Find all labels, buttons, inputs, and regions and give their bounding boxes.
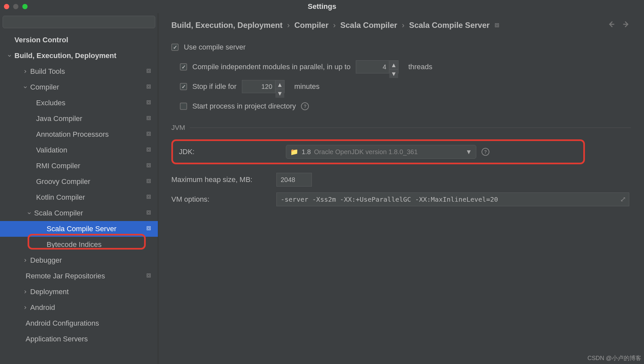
sidebar-item-app-servers[interactable]: Application Servers bbox=[0, 331, 158, 347]
titlebar: Settings bbox=[0, 0, 644, 13]
sidebar-item-build-tools[interactable]: Build Tools bbox=[0, 64, 158, 79]
jdk-value: 1.8 bbox=[302, 148, 311, 156]
svg-rect-26 bbox=[495, 23, 499, 27]
back-button[interactable] bbox=[607, 20, 616, 30]
sidebar-item-label: Build Tools bbox=[30, 67, 158, 76]
svg-rect-19 bbox=[148, 196, 149, 197]
parallel-checkbox[interactable] bbox=[180, 63, 187, 71]
sidebar-item-label: Bytecode Indices bbox=[47, 240, 158, 249]
minimize-icon[interactable] bbox=[13, 4, 18, 9]
close-icon[interactable] bbox=[4, 4, 9, 9]
sidebar-item-label: Excludes bbox=[36, 99, 158, 107]
sidebar-item-scala-compiler[interactable]: Scala Compiler bbox=[0, 205, 158, 221]
use-compile-server-checkbox[interactable] bbox=[171, 44, 179, 51]
maximize-icon[interactable] bbox=[22, 4, 28, 9]
checkbox-label: Compile independent modules in parallel,… bbox=[192, 63, 351, 71]
chevron-right-icon: › bbox=[402, 21, 404, 30]
project-scope-icon bbox=[146, 163, 151, 170]
sidebar-item-deployment[interactable]: Deployment bbox=[0, 284, 158, 300]
forward-button[interactable] bbox=[622, 20, 631, 30]
sidebar-item-label: Validation bbox=[36, 146, 158, 154]
window-title: Settings bbox=[308, 2, 336, 11]
sidebar-item-groovy-compiler[interactable]: Groovy Compiler bbox=[0, 174, 158, 190]
project-scope-icon bbox=[146, 273, 151, 280]
project-scope-icon bbox=[146, 194, 151, 201]
sidebar-item-android[interactable]: Android bbox=[0, 300, 158, 315]
sidebar-item-rmi-compiler[interactable]: RMI Compiler bbox=[0, 158, 158, 174]
jdk-description: Oracle OpenJDK version 1.8.0_361 bbox=[314, 148, 462, 156]
step-up-icon[interactable]: ▴ bbox=[275, 80, 284, 89]
sidebar-item-kotlin-compiler[interactable]: Kotlin Compiler bbox=[0, 190, 158, 205]
svg-rect-10 bbox=[147, 132, 151, 135]
sidebar-item-label: Scala Compile Server bbox=[47, 225, 158, 233]
breadcrumb-item[interactable]: Build, Execution, Deployment bbox=[171, 21, 283, 30]
sidebar-item-validation[interactable]: Validation bbox=[0, 142, 158, 158]
project-scope-icon bbox=[146, 178, 151, 185]
sidebar-item-label: Scala Compiler bbox=[34, 209, 158, 217]
sidebar-item-version-control[interactable]: Version Control bbox=[0, 32, 158, 48]
jvm-section-header: JVM bbox=[171, 124, 631, 131]
sidebar-item-remote-jar[interactable]: Remote Jar Repositories bbox=[0, 268, 158, 284]
use-compile-server-row: Use compile server bbox=[171, 40, 631, 54]
watermark: CSDN @小卢的博客 bbox=[588, 354, 641, 362]
svg-rect-17 bbox=[148, 180, 149, 182]
help-icon[interactable]: ? bbox=[301, 102, 309, 110]
checkbox-label: Use compile server bbox=[184, 43, 246, 51]
project-scope-icon bbox=[146, 131, 151, 138]
divider bbox=[190, 128, 631, 128]
jdk-dropdown[interactable]: 📁 1.8 Oracle OpenJDK version 1.8.0_361 ▼ bbox=[286, 145, 476, 159]
sidebar-item-bytecode-indices[interactable]: Bytecode Indices bbox=[0, 237, 158, 253]
stop-idle-checkbox[interactable] bbox=[180, 83, 187, 90]
sidebar-item-annotation-processors[interactable]: Annotation Processors bbox=[0, 127, 158, 142]
start-in-project-row: Start process in project directory ? bbox=[171, 99, 631, 113]
expand-icon[interactable]: ⤢ bbox=[620, 195, 626, 204]
step-down-icon[interactable]: ▾ bbox=[275, 89, 284, 98]
project-scope-icon bbox=[146, 68, 151, 75]
folder-icon: 📁 bbox=[290, 148, 298, 156]
svg-rect-8 bbox=[147, 116, 151, 120]
breadcrumb-item[interactable]: Scala Compile Server bbox=[409, 21, 489, 30]
checkbox-label: Start process in project directory bbox=[192, 102, 296, 111]
sidebar-item-build-execution-deployment[interactable]: Build, Execution, Deployment bbox=[0, 48, 158, 64]
breadcrumb-item[interactable]: Scala Compiler bbox=[340, 21, 397, 30]
step-up-icon[interactable]: ▴ bbox=[389, 61, 398, 70]
vm-options-input[interactable] bbox=[276, 192, 629, 206]
svg-rect-11 bbox=[148, 133, 149, 134]
project-scope-icon bbox=[146, 100, 151, 107]
project-scope-icon bbox=[494, 21, 500, 30]
content-panel: Build, Execution, Deployment › Compiler … bbox=[158, 13, 644, 364]
chevron-right-icon bbox=[22, 289, 28, 294]
svg-rect-9 bbox=[148, 117, 149, 119]
svg-rect-3 bbox=[148, 70, 149, 71]
chevron-down-icon: ▼ bbox=[465, 148, 472, 156]
sidebar-item-android-conf[interactable]: Android Configurations bbox=[0, 315, 158, 331]
step-down-icon[interactable]: ▾ bbox=[389, 70, 398, 78]
svg-rect-2 bbox=[147, 69, 151, 72]
breadcrumb-item[interactable]: Compiler bbox=[294, 21, 329, 30]
window-controls bbox=[4, 4, 28, 9]
minutes-stepper: ▴▾ bbox=[242, 80, 285, 93]
sidebar-item-debugger[interactable]: Debugger bbox=[0, 253, 158, 268]
jdk-label: JDK: bbox=[179, 148, 281, 156]
help-icon[interactable]: ? bbox=[482, 148, 489, 156]
stepper-buttons: ▴▾ bbox=[275, 80, 284, 93]
heap-input[interactable] bbox=[276, 173, 312, 187]
sidebar-item-label: Android Configurations bbox=[26, 319, 158, 328]
svg-rect-21 bbox=[148, 212, 149, 213]
settings-tree: Version Control Build, Execution, Deploy… bbox=[0, 31, 158, 364]
sidebar-item-excludes[interactable]: Excludes bbox=[0, 95, 158, 111]
chevron-down-icon bbox=[22, 85, 28, 90]
start-in-project-checkbox[interactable] bbox=[180, 103, 187, 110]
svg-rect-24 bbox=[147, 273, 151, 277]
sidebar-item-java-compiler[interactable]: Java Compiler bbox=[0, 111, 158, 127]
checkbox-label: Stop if idle for bbox=[192, 82, 237, 91]
project-scope-icon bbox=[146, 210, 151, 217]
nav-arrows bbox=[607, 20, 631, 30]
search-input[interactable] bbox=[3, 16, 155, 28]
svg-rect-6 bbox=[147, 100, 151, 104]
svg-rect-13 bbox=[148, 149, 149, 150]
sidebar-item-scala-compile-server[interactable]: Scala Compile Server bbox=[0, 221, 158, 237]
sidebar-item-compiler[interactable]: Compiler bbox=[0, 79, 158, 95]
project-scope-icon bbox=[146, 84, 151, 91]
svg-rect-22 bbox=[147, 226, 151, 230]
